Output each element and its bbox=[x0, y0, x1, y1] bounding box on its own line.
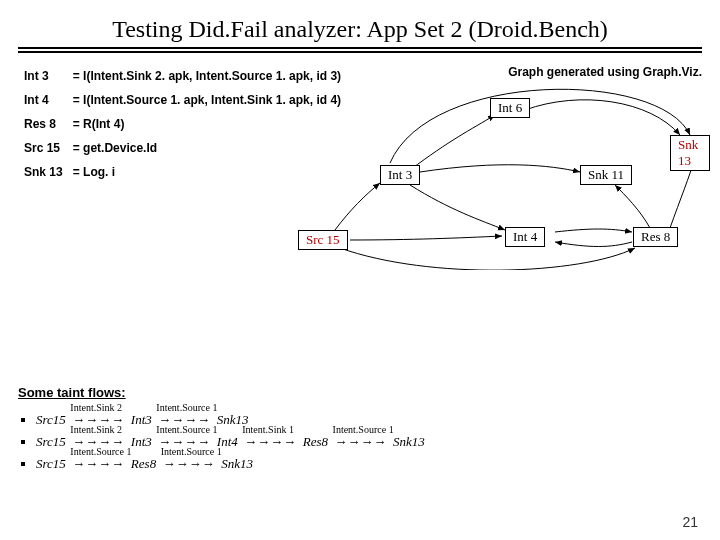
node-snk13: Snk 13 bbox=[670, 135, 710, 171]
node-snk11: Snk 11 bbox=[580, 165, 632, 185]
taint-flow: Src15 Intent.Source 1→→→→ Res8 Intent.So… bbox=[36, 456, 702, 472]
node-int3: Int 3 bbox=[380, 165, 420, 185]
taint-flows-heading: Some taint flows: bbox=[18, 385, 702, 400]
graph-caption: Graph generated using Graph.Viz. bbox=[508, 65, 702, 79]
page-title: Testing Did.Fail analyzer: App Set 2 (Dr… bbox=[18, 10, 702, 53]
taint-flow: Src15 Intent.Sink 2→→→→ Int3 Intent.Sour… bbox=[36, 434, 702, 450]
graphviz-graph: Int 6 Int 3 Snk 11 Snk 13 Src 15 Int 4 R… bbox=[280, 80, 710, 270]
node-int6: Int 6 bbox=[490, 98, 530, 118]
node-int4: Int 4 bbox=[505, 227, 545, 247]
node-res8: Res 8 bbox=[633, 227, 678, 247]
taint-flows-list: Src15 Intent.Sink 2→→→→ Int3 Intent.Sour… bbox=[18, 412, 702, 472]
node-src15: Src 15 bbox=[298, 230, 348, 250]
page-number: 21 bbox=[682, 514, 698, 530]
